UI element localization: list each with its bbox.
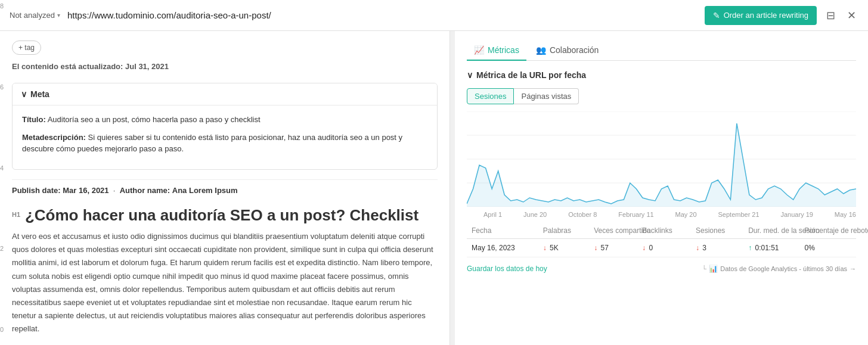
publish-row: Publish date: Mar 16, 2021 · Author name…: [12, 179, 438, 201]
metricas-icon: 📈: [474, 45, 484, 55]
x-axis: April 1 June 20 October 8 February 11 Ma…: [467, 211, 856, 218]
x-label-may20: May 20: [675, 211, 697, 218]
footer-row: Guardar los datos de hoy └ 📊 Datos de Go…: [467, 265, 856, 273]
col-fecha: Fecha: [467, 223, 538, 239]
x-label-february: February 11: [618, 211, 653, 218]
chart-svg: [467, 111, 856, 207]
cell-rebote: 0%: [800, 239, 856, 257]
col-rebote: Porcentaje de rebote: [800, 223, 856, 239]
bookmark-icon: ⊟: [826, 9, 835, 22]
sesiones-toggle-label: Sesiones: [475, 92, 506, 101]
meta-desc-row: Metadescripción: Si quieres saber si tu …: [22, 132, 427, 155]
content-updated-row: El contenido está actualizado: Jul 31, 2…: [12, 62, 438, 71]
author-name: Ana Lorem Ipsum: [172, 186, 238, 195]
toggle-paginas-vistas[interactable]: Páginas vistas: [514, 88, 579, 104]
close-button[interactable]: ✕: [845, 7, 858, 24]
x-label-april: April 1: [483, 211, 502, 218]
x-label-january: January 19: [781, 211, 813, 218]
toggle-group: Sesiones Páginas vistas: [467, 88, 856, 104]
add-tag-button[interactable]: + tag: [12, 41, 41, 55]
cell-duracion: ↑ 0:01:51: [743, 239, 799, 257]
veces-trend-icon: ↓: [594, 244, 597, 252]
page-url: https://www.tudominio.com/auditoria-seo-…: [67, 10, 698, 20]
palabras-value: 5K: [550, 244, 559, 252]
duracion-value: 0:01:51: [755, 244, 779, 252]
metricas-label: Métricas: [488, 45, 519, 55]
order-rewriting-button[interactable]: ✎ Order an article rewriting: [705, 6, 817, 25]
title-value: Auditoría seo a un post, cómo hacerla pa…: [48, 115, 261, 124]
chevron-icon: ▾: [57, 12, 60, 18]
toggle-sesiones[interactable]: Sesiones: [467, 88, 514, 104]
x-label-may16: May 16: [835, 211, 856, 218]
analytics-arrow-icon: →: [850, 265, 856, 272]
not-analyzed-label: Not analyzed: [10, 11, 55, 20]
title-label: Título:: [22, 115, 46, 124]
meta-desc-label: Metadescripción:: [22, 133, 86, 142]
meta-section: ∨ Meta Título: Auditoría seo a un post, …: [12, 83, 438, 170]
not-analyzed-button[interactable]: Not analyzed ▾: [10, 11, 60, 20]
article-body: At vero eos et accusamus et iusto odio d…: [12, 230, 438, 335]
cell-fecha: May 16, 2023: [467, 239, 538, 257]
meta-section-body: Título: Auditoría seo a un post, cómo ha…: [13, 105, 437, 169]
chart-wrapper: [467, 111, 856, 209]
rewriting-icon: ✎: [713, 11, 720, 20]
backlinks-trend-icon: ↓: [642, 244, 646, 252]
content-updated-label: El contenido está actualizado:: [12, 62, 123, 71]
paginas-vistas-toggle-label: Páginas vistas: [521, 92, 571, 101]
meta-section-header[interactable]: ∨ Meta: [13, 83, 437, 105]
data-table: Fecha Palabras Veces compartido Backlink…: [467, 223, 856, 257]
meta-section-label: Meta: [30, 89, 49, 99]
x-label-october: October 8: [568, 211, 597, 218]
header-bar: Not analyzed ▾ https://www.tudominio.com…: [0, 0, 868, 31]
backlinks-value: 0: [649, 244, 653, 252]
analytics-label: Datos de Google Analytics - últimos 30 d…: [720, 265, 847, 272]
right-panel: 📈 Métricas 👥 Colaboración ∨ Métrica de l…: [455, 31, 868, 345]
cell-veces: ↓ 57: [589, 239, 637, 257]
sesiones-trend-icon: ↓: [696, 244, 699, 252]
veces-value: 57: [600, 244, 608, 252]
bookmark-button[interactable]: ⊟: [824, 7, 838, 24]
content-updated-date: Jul 31, 2021: [125, 62, 169, 71]
metric-section-header[interactable]: ∨ Métrica de la URL por fecha: [467, 70, 856, 80]
col-veces: Veces compartido: [589, 223, 637, 239]
article-title-container: H1 ¿Cómo hacer una auditoría SEO a un po…: [12, 206, 438, 226]
publish-label: Publish date:: [12, 186, 61, 195]
cell-backlinks: ↓ 0: [637, 239, 691, 257]
col-sesiones: Sesiones: [691, 223, 743, 239]
metric-chevron-icon: ∨: [467, 70, 473, 80]
meta-title-row: Título: Auditoría seo a un post, cómo ha…: [22, 114, 427, 126]
chart-area: 0 2 4 6 8: [467, 111, 856, 209]
publish-date: Mar 16, 2021: [63, 186, 108, 195]
analytics-bar-icon: 📊: [709, 265, 718, 273]
duracion-trend-icon: ↑: [748, 244, 752, 252]
metric-section-label: Métrica de la URL por fecha: [476, 70, 586, 80]
order-btn-label: Order an article rewriting: [724, 11, 808, 20]
tab-bar: 📈 Métricas 👥 Colaboración: [467, 41, 856, 61]
table-row: May 16, 2023 ↓ 5K ↓ 57 ↓ 0 ↓: [467, 239, 856, 257]
article-title: ¿Cómo hacer una auditoría SEO a un post?…: [25, 206, 418, 224]
panel-divider: [450, 31, 455, 345]
sesiones-value: 3: [702, 244, 706, 252]
main-layout: + tag El contenido está actualizado: Jul…: [0, 31, 868, 345]
analytics-note: └ 📊 Datos de Google Analytics - últimos …: [702, 265, 856, 273]
tag-label: + tag: [18, 43, 35, 52]
cell-palabras: ↓ 5K: [538, 239, 589, 257]
analytics-indent-icon: └: [702, 265, 706, 272]
author-label: Author name:: [120, 186, 170, 195]
meta-chevron-icon: ∨: [21, 89, 27, 99]
save-data-link[interactable]: Guardar los datos de hoy: [467, 265, 547, 273]
left-panel: + tag El contenido está actualizado: Jul…: [0, 31, 450, 345]
col-backlinks: Backlinks: [637, 223, 691, 239]
palabras-trend-icon: ↓: [543, 244, 547, 252]
col-palabras: Palabras: [538, 223, 589, 239]
cell-sesiones: ↓ 3: [691, 239, 743, 257]
tab-metricas[interactable]: 📈 Métricas: [467, 41, 526, 61]
tab-colaboracion[interactable]: 👥 Colaboración: [529, 41, 606, 61]
x-label-june: June 20: [523, 211, 547, 218]
x-label-september: September 21: [718, 211, 760, 218]
colaboracion-icon: 👥: [536, 45, 546, 55]
close-icon: ✕: [847, 9, 856, 22]
col-duracion: Dur. med. de la sesión: [743, 223, 799, 239]
colaboracion-label: Colaboración: [550, 45, 599, 55]
